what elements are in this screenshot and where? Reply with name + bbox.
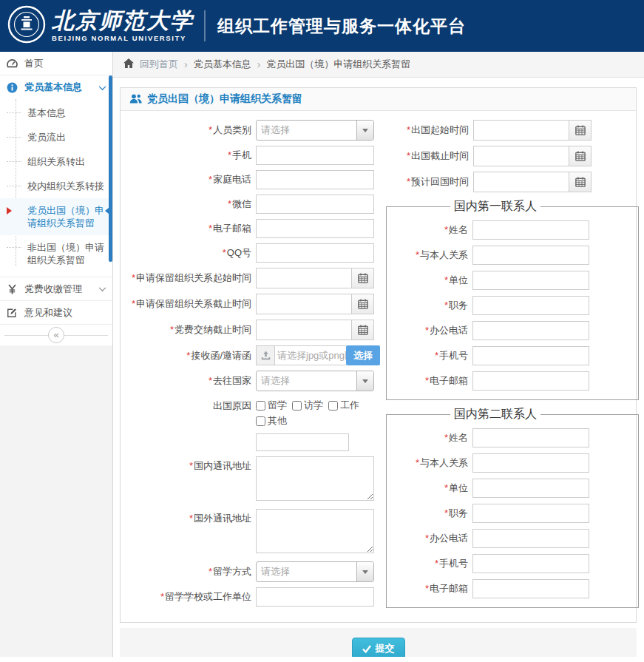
contact1-relation-input[interactable] bbox=[472, 246, 589, 265]
contact2-position-input[interactable] bbox=[472, 504, 589, 523]
sidebar-item-non-abroad-retain[interactable]: 非出国（境）申请组织关系暂留 bbox=[0, 235, 112, 272]
calendar-button[interactable] bbox=[569, 172, 592, 192]
reason-option-other[interactable]: 其他 bbox=[256, 414, 376, 428]
domestic-address-textarea[interactable] bbox=[256, 456, 374, 501]
submit-button[interactable]: 提交 bbox=[352, 638, 405, 657]
checkbox-label: 其他 bbox=[268, 414, 287, 428]
other-reason-input[interactable] bbox=[256, 433, 349, 451]
calendar-button[interactable] bbox=[352, 294, 374, 314]
sidebar-item-feedback[interactable]: 意见和建议 bbox=[0, 301, 112, 325]
contact2-mobile-input[interactable] bbox=[472, 554, 589, 573]
breadcrumb-separator: › bbox=[184, 58, 188, 70]
person-type-select[interactable]: 请选择 bbox=[256, 120, 374, 141]
sidebar-empty-area bbox=[0, 345, 112, 657]
contact2-mobile-label: 手机号 bbox=[390, 558, 472, 570]
depart-start-datepicker bbox=[473, 120, 592, 141]
sidebar-item-member-info[interactable]: 党员基本信息 bbox=[0, 75, 112, 99]
contact2-organization-input[interactable] bbox=[472, 479, 589, 498]
destination-select[interactable]: 请选择 bbox=[256, 371, 374, 391]
contact1-name-input[interactable] bbox=[472, 220, 589, 240]
sidebar-item-fee-management[interactable]: 党费收缴管理 bbox=[0, 277, 112, 301]
depart-end-input[interactable] bbox=[473, 146, 569, 166]
contact1-position-input[interactable] bbox=[472, 296, 589, 315]
sidebar-item-label: 首页 bbox=[24, 57, 44, 70]
reason-label: 出国原因 bbox=[121, 396, 256, 412]
contact1-email-input[interactable] bbox=[472, 371, 589, 391]
chevron-down-icon bbox=[362, 570, 368, 577]
breadcrumb: 回到首页 › 党员基本信息 › 党员出国（境）申请组织关系暂留 bbox=[113, 52, 644, 78]
study-mode-select[interactable]: 请选择 bbox=[256, 561, 374, 582]
sidebar-item-basic-info[interactable]: 基本信息 bbox=[0, 101, 112, 125]
upload-choose-button[interactable]: 选择 bbox=[346, 345, 380, 365]
university-wordmark: 北京师范大学 BEIJING NORMAL UNIVERSITY bbox=[52, 10, 194, 42]
calendar-button[interactable] bbox=[352, 268, 374, 288]
school-or-employer-input[interactable] bbox=[256, 587, 374, 607]
form-right-column: 出国起始时间 出国截止时间 bbox=[376, 120, 639, 612]
other-checkbox[interactable] bbox=[256, 416, 265, 426]
select-placeholder: 请选择 bbox=[257, 562, 356, 581]
dashboard-icon bbox=[6, 58, 18, 68]
select-dropdown-button[interactable] bbox=[356, 371, 373, 391]
upload-icon[interactable] bbox=[256, 345, 275, 365]
breadcrumb-home-link[interactable]: 回到首页 bbox=[140, 58, 178, 71]
reason-option-work[interactable]: 工作 bbox=[328, 399, 359, 412]
submit-bar: 提交 bbox=[120, 628, 637, 657]
visit-checkbox[interactable] bbox=[292, 401, 302, 411]
contact2-email-input[interactable] bbox=[472, 579, 589, 598]
qq-label: QQ号 bbox=[121, 247, 256, 259]
contact1-organization-input[interactable] bbox=[472, 271, 589, 290]
depart-end-label: 出国截止时间 bbox=[376, 150, 473, 162]
sidebar-submenu: 基本信息 党员流出 组织关系转出 校内组织关系转接 党员出国（境）申请组织关系暂… bbox=[0, 99, 112, 277]
destination-label: 去往国家 bbox=[121, 375, 256, 387]
fee-deadline-input[interactable] bbox=[256, 320, 352, 340]
sidebar-item-abroad-retain[interactable]: 党员出国（境）申请组织关系暂留 bbox=[0, 198, 112, 235]
contact2-relation-input[interactable] bbox=[472, 453, 589, 473]
contact2-office-phone-input[interactable] bbox=[472, 529, 589, 548]
reason-checkbox-group: 留学 访学 工作 其他 bbox=[256, 396, 376, 451]
expected-return-input[interactable] bbox=[473, 172, 569, 192]
sidebar-collapse-button[interactable]: « bbox=[48, 327, 64, 343]
sidebar-item-transfer-out[interactable]: 组织关系转出 bbox=[0, 149, 112, 174]
submit-label: 提交 bbox=[376, 642, 395, 655]
sidebar-scrollbar[interactable] bbox=[109, 75, 112, 262]
mobile-input[interactable] bbox=[256, 146, 374, 165]
sidebar-item-campus-transfer[interactable]: 校内组织关系转接 bbox=[0, 174, 112, 198]
sidebar-item-label: 意见和建议 bbox=[24, 306, 72, 320]
home-phone-input[interactable] bbox=[256, 170, 374, 189]
reason-option-visit[interactable]: 访学 bbox=[292, 399, 323, 412]
contact2-legend: 国内第二联系人 bbox=[450, 407, 540, 422]
retain-end-input[interactable] bbox=[256, 294, 352, 314]
sidebar-item-home[interactable]: 首页 bbox=[0, 52, 112, 75]
calendar-button[interactable] bbox=[569, 120, 592, 141]
wechat-input[interactable] bbox=[256, 195, 374, 214]
contact2-name-input[interactable] bbox=[472, 428, 589, 447]
study-checkbox[interactable] bbox=[256, 401, 265, 411]
calendar-button[interactable] bbox=[569, 146, 592, 166]
contact1-mobile-input[interactable] bbox=[472, 346, 589, 365]
school-or-employer-label: 留学学校或工作单位 bbox=[121, 591, 256, 603]
sidebar-item-member-outflow[interactable]: 党员流出 bbox=[0, 125, 112, 149]
retain-start-input[interactable] bbox=[256, 268, 352, 288]
reason-option-study[interactable]: 留学 bbox=[256, 399, 287, 412]
sidebar-item-label: 党员基本信息 bbox=[24, 81, 82, 94]
retain-start-datepicker bbox=[256, 268, 374, 288]
upload-placeholder[interactable]: 请选择jpg或png图片 bbox=[275, 345, 346, 365]
select-dropdown-button[interactable] bbox=[356, 562, 373, 581]
email-input[interactable] bbox=[256, 219, 374, 238]
invitation-upload: 请选择jpg或png图片 选择 bbox=[256, 345, 380, 365]
check-icon bbox=[362, 645, 371, 653]
depart-start-input[interactable] bbox=[473, 120, 569, 141]
contact1-office-phone-label: 办公电话 bbox=[390, 325, 472, 337]
contact1-office-phone-input[interactable] bbox=[472, 321, 589, 340]
contact1-legend: 国内第一联系人 bbox=[450, 199, 540, 215]
person-type-label: 人员类别 bbox=[121, 124, 256, 136]
work-checkbox[interactable] bbox=[328, 401, 338, 411]
select-placeholder: 请选择 bbox=[257, 121, 356, 140]
checkbox-label: 留学 bbox=[268, 399, 287, 412]
calendar-button[interactable] bbox=[352, 320, 374, 340]
qq-input[interactable] bbox=[256, 243, 374, 263]
depart-start-label: 出国起始时间 bbox=[376, 124, 473, 136]
yen-icon bbox=[6, 284, 18, 294]
select-dropdown-button[interactable] bbox=[356, 121, 373, 140]
foreign-address-textarea[interactable] bbox=[256, 509, 374, 553]
